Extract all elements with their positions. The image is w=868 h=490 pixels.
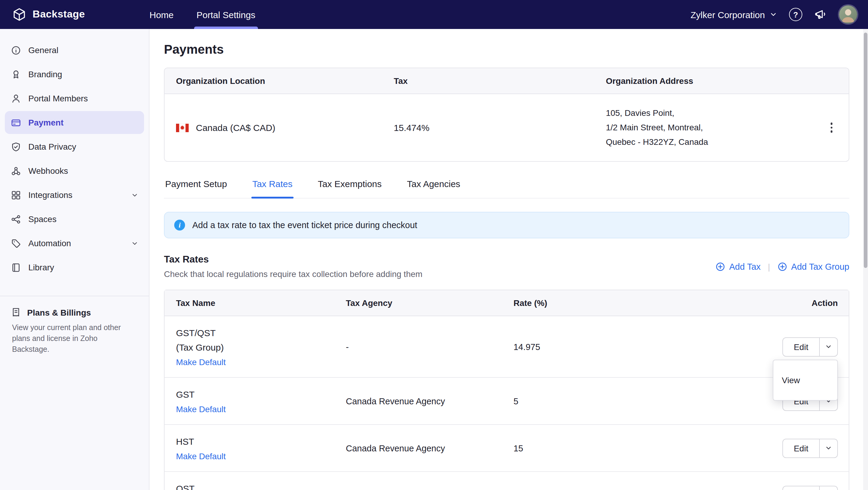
tax-agency: Canada Revenue Agency bbox=[346, 386, 514, 415]
add-tax-button[interactable]: Add Tax bbox=[715, 262, 761, 271]
tax-agency: Canada Revenue Agency bbox=[346, 434, 514, 463]
edit-button[interactable]: Edit bbox=[783, 486, 819, 490]
sidebar-item-payment[interactable]: Payment bbox=[5, 111, 144, 134]
plus-circle-icon bbox=[715, 262, 725, 271]
nav-item-portal-settings[interactable]: Portal Settings bbox=[196, 0, 255, 29]
organization-address-value: 105, Davies Point, 1/2 Main Street, Mont… bbox=[606, 94, 814, 162]
col-rate: Rate (%) bbox=[514, 291, 705, 316]
organization-location-value: Canada (CA$ CAD) bbox=[196, 122, 275, 133]
tax-rates-table: Tax Name Tax Agency Rate (%) Action GST/… bbox=[164, 290, 849, 490]
tax-rate: 14.975 bbox=[514, 332, 705, 361]
make-default-link[interactable]: Make Default bbox=[176, 404, 226, 414]
tax-rate: 15 bbox=[514, 434, 705, 463]
col-tax-name: Tax Name bbox=[164, 291, 346, 316]
table-row: GST/QST (Tax Group) Make Default - 14.97… bbox=[164, 317, 849, 377]
credit-card-icon bbox=[11, 117, 21, 127]
plans-and-billings[interactable]: Plans & Billings View your current plan … bbox=[0, 307, 149, 355]
organization-table-header: Organization Location Tax Organization A… bbox=[164, 68, 849, 94]
sidebar-item-portal-members[interactable]: Portal Members bbox=[5, 87, 144, 110]
canada-flag-icon bbox=[176, 123, 189, 132]
tax-rate: 5 bbox=[514, 386, 705, 415]
divider: | bbox=[768, 262, 770, 271]
sidebar-item-webhooks[interactable]: Webhooks bbox=[5, 159, 144, 182]
top-navbar: Backstage Home Portal Settings Zylker Co… bbox=[0, 0, 868, 29]
grid-icon bbox=[11, 190, 21, 200]
share-nodes-icon bbox=[11, 214, 21, 224]
tab-tax-agencies[interactable]: Tax Agencies bbox=[406, 176, 461, 198]
main-content: Payments Organization Location Tax Organ… bbox=[150, 29, 868, 490]
tax-table-header: Tax Name Tax Agency Rate (%) Action bbox=[164, 291, 849, 317]
sidebar-item-spaces[interactable]: Spaces bbox=[5, 208, 144, 231]
edit-button[interactable]: Edit bbox=[783, 338, 819, 356]
info-banner: i Add a tax rate to tax the event ticket… bbox=[164, 212, 849, 239]
sidebar-item-integrations[interactable]: Integrations bbox=[5, 183, 144, 206]
organization-tax-value: 15.474% bbox=[394, 110, 606, 145]
sidebar-item-branding[interactable]: Branding bbox=[5, 63, 144, 86]
tax-name: GST/QST (Tax Group) bbox=[176, 326, 346, 354]
make-default-link[interactable]: Make Default bbox=[176, 357, 226, 367]
sidebar-item-general[interactable]: General bbox=[5, 39, 144, 62]
org-switcher[interactable]: Zylker Corporation bbox=[690, 9, 777, 20]
sidebar-item-automation[interactable]: Automation bbox=[5, 232, 144, 255]
edit-dropdown-menu: View bbox=[773, 360, 838, 401]
page-title: Payments bbox=[164, 42, 849, 57]
scrollbar-track bbox=[863, 29, 868, 490]
table-row: GST Make Default Canada Revenue Agency 5… bbox=[164, 377, 849, 425]
active-tab-underline bbox=[194, 27, 258, 29]
info-icon: i bbox=[174, 220, 185, 231]
kebab-menu-icon[interactable] bbox=[827, 119, 836, 136]
megaphone-icon[interactable] bbox=[814, 8, 827, 21]
edit-button[interactable]: Edit bbox=[783, 439, 819, 457]
plus-circle-icon bbox=[777, 262, 787, 271]
sidebar-item-library[interactable]: Library bbox=[5, 256, 144, 279]
shield-icon bbox=[11, 142, 21, 152]
top-nav-links: Home Portal Settings bbox=[150, 0, 255, 29]
tab-tax-rates[interactable]: Tax Rates bbox=[251, 176, 293, 198]
tax-name: GST bbox=[176, 387, 346, 402]
add-tax-group-button[interactable]: Add Tax Group bbox=[777, 262, 849, 271]
tab-tax-exemptions[interactable]: Tax Exemptions bbox=[317, 176, 383, 198]
info-banner-text: Add a tax rate to tax the event ticket p… bbox=[192, 221, 417, 230]
organization-row: Canada (CA$ CAD) 15.474% 105, Davies Poi… bbox=[164, 94, 849, 162]
chevron-down-icon bbox=[131, 192, 138, 198]
table-row: HST Make Default Canada Revenue Agency 1… bbox=[164, 424, 849, 471]
payments-tabs: Payment Setup Tax Rates Tax Exemptions T… bbox=[164, 176, 849, 199]
tax-name: HST bbox=[176, 434, 346, 449]
plans-description: View your current plan and other plans a… bbox=[12, 322, 135, 355]
tax-rate: 9.975 bbox=[514, 481, 705, 490]
tax-rates-section-header: Tax Rates Check that local regulations r… bbox=[164, 254, 849, 279]
table-row: QST Make Default Revenue Quebec 9.975 Ed… bbox=[164, 471, 849, 490]
chevron-down-icon[interactable] bbox=[819, 338, 837, 356]
person-icon bbox=[11, 93, 21, 104]
edit-split-button: Edit bbox=[782, 439, 838, 458]
chevron-down-icon bbox=[131, 240, 138, 247]
tag-icon bbox=[11, 238, 21, 248]
chevron-down-icon[interactable] bbox=[819, 486, 837, 490]
brand-name: Backstage bbox=[33, 8, 85, 21]
help-icon[interactable]: ? bbox=[789, 8, 802, 21]
webhook-icon bbox=[11, 166, 21, 176]
sidebar-item-data-privacy[interactable]: Data Privacy bbox=[5, 135, 144, 158]
book-icon bbox=[11, 262, 21, 272]
tax-rates-subtitle: Check that local regulations require tax… bbox=[164, 269, 423, 279]
receipt-icon bbox=[11, 307, 21, 317]
navbar-right: Zylker Corporation ? bbox=[690, 5, 857, 24]
col-organization-location: Organization Location bbox=[164, 68, 394, 93]
settings-sidebar: General Branding Portal Members Payment bbox=[0, 29, 150, 490]
view-menu-item[interactable]: View bbox=[773, 370, 837, 391]
col-organization-address: Organization Address bbox=[606, 68, 814, 93]
tax-agency: Revenue Quebec bbox=[346, 481, 514, 490]
organization-table: Organization Location Tax Organization A… bbox=[164, 67, 849, 162]
col-tax: Tax bbox=[394, 68, 606, 93]
nav-item-home[interactable]: Home bbox=[150, 0, 174, 29]
avatar[interactable] bbox=[839, 5, 857, 24]
tab-payment-setup[interactable]: Payment Setup bbox=[164, 176, 228, 198]
scrollbar-thumb[interactable] bbox=[864, 33, 867, 268]
sidebar-divider bbox=[0, 296, 149, 296]
backstage-logo-icon bbox=[12, 7, 27, 22]
tax-rates-title: Tax Rates bbox=[164, 254, 423, 265]
make-default-link[interactable]: Make Default bbox=[176, 452, 226, 461]
tax-name: QST bbox=[176, 482, 346, 490]
col-action: Action bbox=[705, 291, 849, 316]
chevron-down-icon[interactable] bbox=[819, 439, 837, 457]
